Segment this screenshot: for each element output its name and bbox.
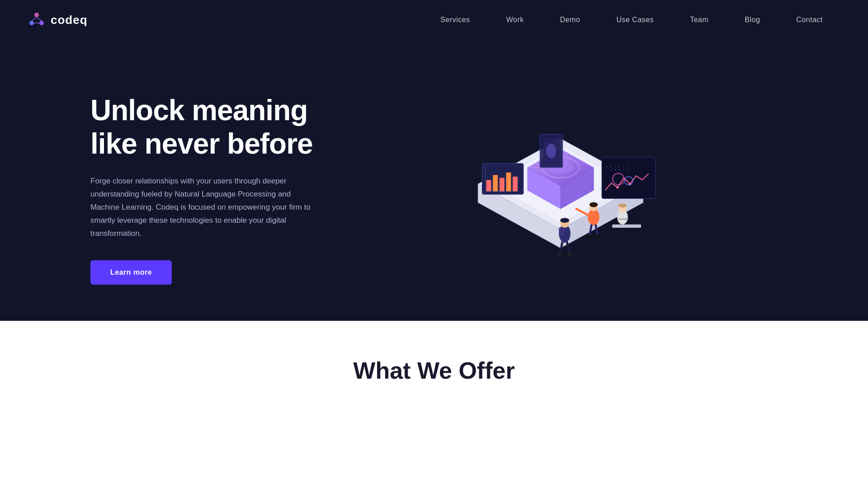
svg-point-43 bbox=[588, 209, 599, 225]
svg-rect-57 bbox=[559, 227, 564, 235]
svg-point-24 bbox=[616, 186, 618, 188]
isometric-platform bbox=[443, 81, 678, 271]
svg-point-39 bbox=[627, 169, 628, 171]
svg-point-36 bbox=[614, 169, 616, 171]
illustration-svg bbox=[443, 81, 678, 271]
hero-description: Forge closer relationships with your use… bbox=[90, 175, 316, 240]
svg-rect-19 bbox=[506, 173, 511, 192]
svg-rect-23 bbox=[602, 157, 656, 198]
logo-icon bbox=[27, 10, 46, 29]
svg-point-0 bbox=[34, 13, 39, 17]
svg-line-3 bbox=[32, 17, 37, 21]
svg-line-4 bbox=[37, 17, 42, 21]
learn-more-button[interactable]: Learn more bbox=[90, 260, 172, 285]
hero-illustration bbox=[344, 67, 778, 284]
svg-point-42 bbox=[546, 144, 556, 159]
svg-rect-54 bbox=[612, 225, 641, 228]
svg-rect-16 bbox=[486, 180, 491, 192]
svg-point-49 bbox=[587, 235, 592, 237]
nav-links: Services Work Demo Use Cases Team Blog C… bbox=[422, 0, 841, 40]
svg-point-50 bbox=[596, 235, 601, 237]
svg-rect-17 bbox=[493, 175, 498, 192]
svg-point-35 bbox=[610, 169, 612, 171]
svg-point-32 bbox=[623, 166, 624, 167]
nav-item-usecases[interactable]: Use Cases bbox=[598, 0, 672, 40]
svg-point-59 bbox=[560, 218, 569, 223]
svg-rect-18 bbox=[500, 178, 505, 191]
below-fold-section: What We Offer bbox=[0, 321, 868, 488]
nav-item-demo[interactable]: Demo bbox=[542, 0, 599, 40]
hero-section: Unlock meaning like never before Forge c… bbox=[0, 40, 868, 321]
nav-item-blog[interactable]: Blog bbox=[726, 0, 778, 40]
nav-item-services[interactable]: Services bbox=[422, 0, 488, 40]
brand-name: codeq bbox=[51, 13, 88, 27]
svg-line-61 bbox=[567, 243, 570, 253]
navbar: codeq Services Work Demo Use Cases Team … bbox=[0, 0, 868, 40]
svg-point-34 bbox=[606, 169, 608, 171]
what-we-offer-title: What We Offer bbox=[353, 357, 514, 384]
svg-point-62 bbox=[557, 253, 562, 255]
svg-point-29 bbox=[610, 166, 612, 167]
nav-item-team[interactable]: Team bbox=[672, 0, 726, 40]
svg-point-38 bbox=[623, 169, 624, 171]
hero-content: Unlock meaning like never before Forge c… bbox=[90, 67, 344, 285]
svg-point-37 bbox=[618, 169, 620, 171]
svg-point-53 bbox=[618, 203, 627, 207]
hero-title: Unlock meaning like never before bbox=[90, 94, 344, 160]
svg-point-63 bbox=[567, 253, 572, 255]
svg-rect-20 bbox=[513, 177, 518, 192]
nav-item-work[interactable]: Work bbox=[488, 0, 542, 40]
svg-point-28 bbox=[606, 166, 608, 167]
svg-point-31 bbox=[618, 166, 620, 167]
svg-point-33 bbox=[627, 166, 628, 167]
logo[interactable]: codeq bbox=[27, 10, 88, 29]
nav-item-contact[interactable]: Contact bbox=[778, 0, 841, 40]
svg-point-30 bbox=[614, 166, 616, 167]
svg-point-45 bbox=[590, 202, 598, 207]
